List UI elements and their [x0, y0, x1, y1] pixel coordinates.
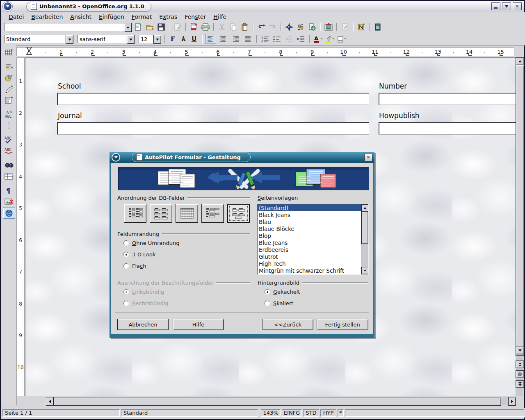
graphics-toggle-icon[interactable] [3, 196, 15, 207]
data-sources-toggle-icon[interactable] [3, 171, 15, 181]
justify-icon[interactable] [242, 34, 253, 44]
increase-indent-icon[interactable] [296, 34, 306, 44]
list-item[interactable]: (Standard) [258, 204, 361, 211]
paste-icon[interactable] [240, 23, 250, 32]
list-item[interactable]: Glutrot [258, 253, 361, 260]
cancel-button[interactable]: Abbrechen [117, 319, 169, 330]
menu-item[interactable]: Einfügen [95, 13, 128, 21]
menu-item[interactable]: Fenster [181, 13, 210, 21]
font-dropdown-button[interactable] [127, 35, 135, 44]
open-icon[interactable] [144, 23, 155, 32]
insert-section-icon[interactable] [3, 62, 15, 72]
vertical-ruler[interactable]: 12345678910 [16, 57, 25, 396]
status-insert-mode[interactable]: EINFG [282, 409, 302, 417]
font-color-icon[interactable]: A [313, 34, 323, 44]
menu-item[interactable]: Ansicht [66, 13, 95, 21]
dialog-close-button[interactable]: ✕ [364, 154, 372, 161]
close-button[interactable]: ✕ [513, 2, 522, 10]
navigation-button[interactable] [516, 370, 524, 378]
background-radio-tiled[interactable]: Gekachelt [265, 289, 300, 295]
status-zoom[interactable]: 143% [261, 409, 281, 417]
arrangement-columns-labels-left-button[interactable] [124, 204, 146, 223]
export-pdf-icon[interactable] [189, 23, 199, 32]
background-radio-scaled[interactable]: Skaliert [265, 300, 293, 306]
numbering-icon[interactable]: 12 [260, 34, 270, 44]
find-replace-icon[interactable] [3, 160, 15, 170]
menu-item[interactable]: Format [128, 13, 155, 21]
stylist-icon[interactable] [295, 23, 306, 32]
status-page[interactable]: Seite 1 / 1 [2, 409, 120, 417]
list-item[interactable]: Erdbeereis [258, 247, 361, 253]
size-input[interactable] [139, 35, 153, 43]
gallery-icon[interactable] [323, 23, 333, 32]
undo-icon[interactable] [256, 23, 266, 32]
menu-item[interactable]: Datei [5, 13, 27, 21]
form-functions-icon[interactable] [3, 95, 15, 105]
field-input-number[interactable] [379, 93, 516, 105]
field-input-school[interactable] [57, 93, 369, 105]
tab-stop-selector-icon[interactable] [25, 46, 33, 55]
field-input-journal[interactable] [57, 122, 369, 135]
style-input[interactable] [4, 35, 66, 43]
list-item[interactable]: High Tech [258, 260, 361, 267]
scroll-up-button[interactable] [516, 57, 524, 65]
list-scroll-thumb[interactable] [361, 211, 368, 244]
autotext-icon[interactable]: AABC [3, 109, 15, 119]
font-input[interactable] [78, 35, 127, 43]
menu-item[interactable]: Bearbeiten [27, 13, 66, 21]
next-page-button[interactable] [516, 380, 524, 388]
horizontal-scroll-thumb[interactable] [53, 397, 501, 406]
save-icon[interactable] [156, 23, 166, 32]
spellcheck-icon[interactable]: ABC [3, 135, 15, 145]
arrangement-rows-labels-left-button[interactable] [201, 204, 224, 223]
print-icon[interactable] [200, 23, 210, 32]
border-radio-flat[interactable]: Flach [123, 263, 146, 269]
data-sources-icon[interactable] [372, 23, 383, 32]
field-input-howpublish[interactable] [379, 122, 516, 135]
bold-icon[interactable]: F [168, 35, 177, 43]
navigator-icon[interactable] [356, 23, 366, 32]
previous-page-button[interactable] [516, 361, 524, 368]
status-template[interactable]: Standard [121, 409, 258, 417]
border-radio-no-border[interactable]: Ohne Umrandung [123, 240, 180, 246]
list-item[interactable]: Black Jeans [258, 211, 361, 218]
window-menu-button[interactable] [3, 2, 12, 11]
size-dropdown-button[interactable] [153, 35, 161, 44]
status-selection-mode[interactable]: STD [303, 409, 319, 417]
help-button[interactable]: Hilfe [173, 319, 224, 330]
minimize-button[interactable] [491, 2, 500, 10]
horizontal-ruler[interactable]: 123456789101112131415 [16, 47, 514, 56]
list-item[interactable]: Blau [258, 218, 361, 225]
italic-icon[interactable]: k [179, 35, 188, 43]
list-scroll-down-button[interactable] [361, 267, 369, 274]
vertical-scrollbar[interactable] [516, 57, 523, 396]
border-radio-3d-look[interactable]: 3-D Look [123, 251, 156, 258]
align-left-icon[interactable] [205, 34, 216, 44]
horizontal-scrollbar[interactable] [46, 397, 516, 405]
list-item[interactable]: Blaue Blöcke [258, 225, 361, 232]
draw-functions-icon[interactable] [3, 84, 15, 94]
scroll-right-button[interactable] [508, 397, 516, 406]
scroll-left-button[interactable] [46, 397, 54, 406]
status-modified[interactable]: * [338, 409, 344, 417]
list-item[interactable]: Mintgrün mit schwarzer Schrift [258, 267, 361, 274]
vertical-scroll-thumb[interactable] [516, 65, 524, 356]
autospellcheck-icon[interactable]: ABC [3, 146, 15, 156]
nonprinting-chars-icon[interactable]: ¶ [3, 185, 15, 196]
menu-item[interactable]: Extras [155, 13, 181, 21]
back-button[interactable]: << Zurück [262, 319, 313, 330]
insert-object-icon[interactable] [3, 73, 15, 83]
list-scroll-up-button[interactable] [361, 204, 369, 212]
arrangement-columns-labels-top-button[interactable] [150, 204, 172, 223]
list-item[interactable]: Blue Jeans [258, 239, 361, 246]
scroll-down-button[interactable] [516, 347, 524, 354]
online-layout-icon[interactable] [3, 208, 15, 219]
maximize-button[interactable] [502, 2, 511, 10]
new-document-icon[interactable] [133, 23, 143, 32]
bullets-icon[interactable] [272, 34, 282, 44]
hyperlink-icon[interactable] [307, 23, 317, 32]
insert-table-icon[interactable] [3, 47, 15, 57]
list-scrollbar[interactable] [361, 204, 368, 274]
menu-item[interactable]: Hilfe [210, 13, 230, 21]
arrangement-blocks-labels-above-button[interactable] [227, 204, 250, 223]
